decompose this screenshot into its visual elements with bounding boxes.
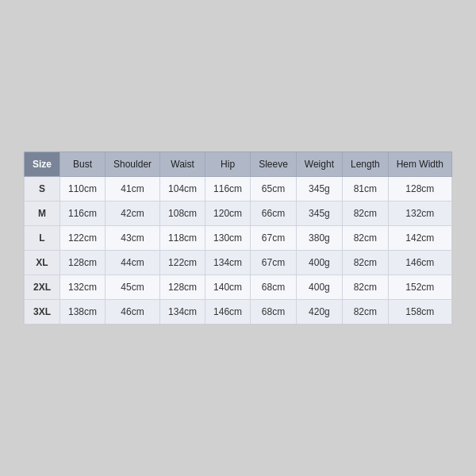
cell-r1-c7: 82cm (342, 202, 388, 226)
cell-r0-c1: 110cm (60, 177, 105, 202)
cell-r1-c6: 345g (296, 202, 342, 226)
size-label-m: M (24, 202, 60, 226)
cell-r3-c6: 400g (296, 251, 342, 275)
cell-r5-c5: 68cm (251, 300, 297, 324)
header-length: Length (342, 152, 388, 177)
cell-r2-c4: 130cm (205, 226, 251, 251)
table-row: 3XL138cm46cm134cm146cm68cm420g82cm158cm (24, 300, 451, 324)
cell-r2-c8: 142cm (388, 226, 451, 251)
size-label-s: S (24, 177, 60, 202)
header-weight: Weight (296, 152, 342, 177)
cell-r5-c4: 146cm (205, 300, 251, 324)
cell-r1-c5: 66cm (251, 202, 297, 226)
cell-r5-c6: 420g (296, 300, 342, 324)
cell-r2-c6: 380g (296, 226, 342, 251)
cell-r3-c5: 67cm (251, 251, 297, 275)
cell-r4-c3: 128cm (160, 275, 205, 300)
table-row: 2XL132cm45cm128cm140cm68cm400g82cm152cm (24, 275, 451, 300)
header-hip: Hip (205, 152, 251, 177)
cell-r4-c7: 82cm (342, 275, 388, 300)
header-sleeve: Sleeve (251, 152, 297, 177)
table-row: M116cm42cm108cm120cm66cm345g82cm132cm (24, 202, 451, 226)
header-waist: Waist (160, 152, 205, 177)
size-label-3xl: 3XL (24, 300, 60, 324)
cell-r1-c3: 108cm (160, 202, 205, 226)
cell-r3-c8: 146cm (388, 251, 451, 275)
header-size: Size (24, 152, 60, 177)
cell-r5-c8: 158cm (388, 300, 451, 324)
table-body: S110cm41cm104cm116cm65cm345g81cm128cmM11… (24, 177, 451, 324)
cell-r3-c2: 44cm (106, 251, 160, 275)
cell-r3-c1: 128cm (60, 251, 105, 275)
cell-r5-c2: 46cm (106, 300, 160, 324)
size-label-2xl: 2XL (24, 275, 60, 300)
header-hem-width: Hem Width (388, 152, 451, 177)
table-header-row: SizeBustShoulderWaistHipSleeveWeightLeng… (24, 152, 451, 177)
table-row: S110cm41cm104cm116cm65cm345g81cm128cm (24, 177, 451, 202)
size-label-xl: XL (24, 251, 60, 275)
cell-r4-c6: 400g (296, 275, 342, 300)
cell-r0-c6: 345g (296, 177, 342, 202)
cell-r5-c1: 138cm (60, 300, 105, 324)
cell-r0-c4: 116cm (205, 177, 251, 202)
cell-r0-c3: 104cm (160, 177, 205, 202)
cell-r1-c1: 116cm (60, 202, 105, 226)
cell-r2-c5: 67cm (251, 226, 297, 251)
cell-r2-c2: 43cm (106, 226, 160, 251)
cell-r3-c4: 134cm (205, 251, 251, 275)
cell-r5-c3: 134cm (160, 300, 205, 324)
cell-r2-c1: 122cm (60, 226, 105, 251)
cell-r4-c8: 152cm (388, 275, 451, 300)
size-label-l: L (24, 226, 60, 251)
cell-r0-c5: 65cm (251, 177, 297, 202)
table-row: L122cm43cm118cm130cm67cm380g82cm142cm (24, 226, 451, 251)
cell-r2-c7: 82cm (342, 226, 388, 251)
table-row: XL128cm44cm122cm134cm67cm400g82cm146cm (24, 251, 451, 275)
cell-r4-c5: 68cm (251, 275, 297, 300)
size-chart-container: SizeBustShoulderWaistHipSleeveWeightLeng… (23, 151, 453, 325)
size-chart-table: SizeBustShoulderWaistHipSleeveWeightLeng… (24, 152, 452, 324)
cell-r1-c2: 42cm (106, 202, 160, 226)
header-bust: Bust (60, 152, 105, 177)
cell-r3-c7: 82cm (342, 251, 388, 275)
cell-r1-c4: 120cm (205, 202, 251, 226)
cell-r1-c8: 132cm (388, 202, 451, 226)
cell-r4-c2: 45cm (106, 275, 160, 300)
cell-r4-c4: 140cm (205, 275, 251, 300)
cell-r0-c7: 81cm (342, 177, 388, 202)
cell-r4-c1: 132cm (60, 275, 105, 300)
cell-r3-c3: 122cm (160, 251, 205, 275)
cell-r5-c7: 82cm (342, 300, 388, 324)
cell-r0-c8: 128cm (388, 177, 451, 202)
header-shoulder: Shoulder (106, 152, 160, 177)
cell-r2-c3: 118cm (160, 226, 205, 251)
cell-r0-c2: 41cm (106, 177, 160, 202)
